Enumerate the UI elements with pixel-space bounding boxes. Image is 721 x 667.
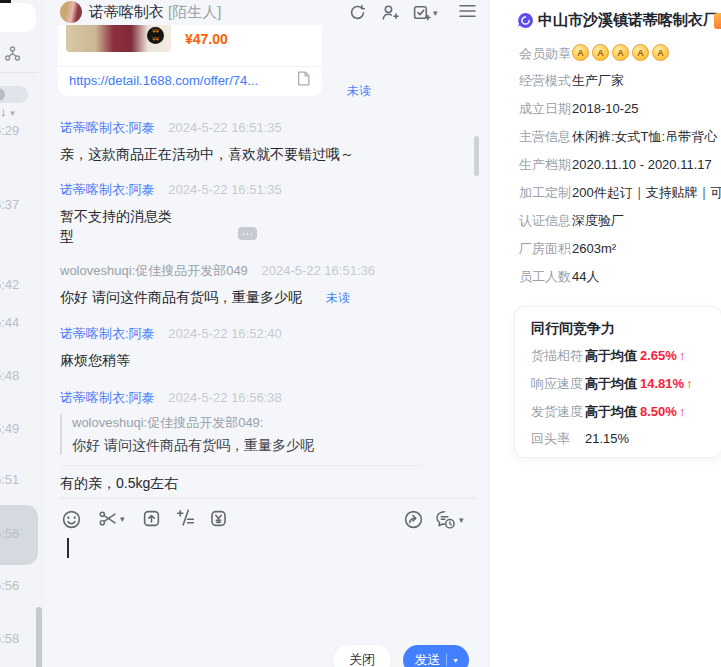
add-person-icon[interactable] bbox=[380, 3, 399, 22]
promo-badge-icon: ¥¥¥¥ bbox=[147, 27, 164, 44]
up-arrow-icon: ↑ bbox=[679, 404, 686, 419]
info-row: 员工人数44人 bbox=[519, 268, 599, 286]
rail-divider bbox=[0, 72, 38, 73]
quote-sender: woloveshuqi:促佳搜品开发部049: bbox=[72, 414, 470, 432]
conversation-time[interactable]: 5:56 bbox=[0, 578, 38, 593]
forward-icon[interactable] bbox=[403, 509, 424, 530]
chevron-down-icon: ▾ bbox=[10, 108, 15, 118]
conversation-time[interactable]: 5:49 bbox=[0, 421, 38, 436]
text-cursor bbox=[67, 538, 69, 558]
org-chart-icon[interactable] bbox=[4, 45, 21, 62]
toggle-knob bbox=[0, 88, 5, 101]
product-card[interactable]: ¥¥¥¥ ¥47.00 https://detail.1688.com/offe… bbox=[58, 25, 322, 96]
conversation-time[interactable]: 5:48 bbox=[0, 368, 38, 383]
info-row: 认证信息深度验厂 bbox=[519, 212, 624, 230]
screenshot-scissors-icon[interactable]: ▾ bbox=[98, 509, 125, 528]
composer-divider bbox=[60, 498, 476, 499]
refresh-icon[interactable] bbox=[348, 3, 367, 22]
conversation-time[interactable]: 5:51 bbox=[0, 472, 38, 487]
message-meta: 诺蒂喀制衣:阿泰 2024-5-22 16:51:35 bbox=[60, 181, 470, 199]
stat-row: 货描相符高于均值2.65%↑ bbox=[531, 347, 685, 365]
send-options-icon[interactable]: ▾ bbox=[453, 656, 457, 665]
info-label: 会员勋章 bbox=[519, 45, 572, 63]
stat-row: 发货速度高于均值8.50%↑ bbox=[531, 403, 685, 421]
conversation-time[interactable]: 5:56 bbox=[0, 526, 38, 541]
emoji-icon[interactable] bbox=[61, 509, 82, 530]
message-text: 亲，这款商品正在活动中，喜欢就不要错过哦～ bbox=[60, 144, 470, 164]
message-meta: 诺蒂喀制衣:阿泰 2024-5-22 16:56:38 bbox=[60, 389, 470, 407]
info-label: 生产档期 bbox=[519, 156, 572, 174]
conversation-time[interactable]: 5:42 bbox=[0, 277, 38, 292]
info-value: 生产厂家 bbox=[572, 73, 624, 88]
info-label: 厂房面积 bbox=[519, 240, 572, 258]
message-meta: woloveshuqi:促佳搜品开发部049 2024-5-22 16:51:3… bbox=[60, 262, 470, 280]
chat-avatar[interactable] bbox=[60, 1, 82, 23]
payment-icon[interactable] bbox=[209, 509, 228, 528]
sender-name: 诺蒂喀制衣:阿泰 bbox=[60, 182, 155, 197]
stat-value: 14.81% bbox=[640, 376, 684, 391]
add-task-icon[interactable]: ▾ bbox=[412, 3, 438, 22]
send-button[interactable]: 发送 ▾ bbox=[403, 645, 469, 667]
upload-file-icon[interactable] bbox=[142, 509, 161, 528]
up-arrow-icon: ↑ bbox=[686, 376, 693, 391]
medal-icon: A bbox=[572, 44, 589, 61]
info-value: 2603m² bbox=[572, 241, 616, 256]
conversation-time[interactable]: 5:44 bbox=[0, 315, 38, 330]
quick-phrase-icon[interactable] bbox=[175, 509, 196, 526]
close-button-label: 关闭 bbox=[349, 651, 375, 667]
conversation-time[interactable]: 5:58 bbox=[0, 631, 38, 646]
info-row: 厂房面积2603m² bbox=[519, 240, 616, 258]
conversation-item-hover[interactable] bbox=[0, 3, 36, 32]
chat-scrollbar[interactable] bbox=[474, 136, 479, 176]
sort-control[interactable]: ↓ ▾ bbox=[0, 104, 15, 119]
message-time: 2024-5-22 16:51:35 bbox=[168, 120, 281, 135]
contact-name: 诺蒂喀制衣 bbox=[89, 3, 164, 20]
close-button[interactable]: 关闭 bbox=[333, 645, 391, 667]
message: 诺蒂喀制衣:阿泰 2024-5-22 16:51:35 暂不支持的消息类 型 … bbox=[60, 181, 470, 246]
info-row: 会员勋章 bbox=[519, 45, 572, 63]
message-meta: 诺蒂喀制衣:阿泰 2024-5-22 16:52:40 bbox=[60, 325, 470, 343]
conversation-time[interactable]: 5:29 bbox=[0, 123, 38, 138]
stat-label: 货描相符 bbox=[531, 347, 585, 365]
message-time: 2024-5-22 16:52:40 bbox=[168, 326, 281, 341]
chat-history-icon[interactable]: ▾ bbox=[434, 509, 464, 530]
message-text: 麻烦您稍等 bbox=[60, 350, 470, 370]
chevron-down-icon: ▾ bbox=[120, 514, 125, 524]
stat-value: 21.15% bbox=[585, 431, 629, 446]
message-text-inner: 你好 请问这件商品有货吗，重量多少呢 bbox=[60, 289, 302, 305]
send-button-label: 发送 bbox=[414, 651, 440, 667]
product-link[interactable]: https://detail.1688.com/offer/74... bbox=[69, 73, 258, 88]
more-options-icon[interactable]: … bbox=[238, 227, 257, 240]
info-row: 生产档期2020.11.10 - 2020.11.17 bbox=[519, 156, 712, 174]
stat-value: 8.50% bbox=[640, 404, 677, 419]
info-value: 44人 bbox=[572, 269, 599, 284]
company-name: 中山市沙溪镇诺蒂喀制衣厂 bbox=[538, 11, 718, 30]
menu-icon[interactable] bbox=[458, 3, 477, 19]
rail-scrollbar[interactable] bbox=[36, 607, 42, 667]
sender-name: 诺蒂喀制衣:阿泰 bbox=[60, 120, 155, 135]
info-row: 主营信息休闲裤:女式T恤:吊带背心 bbox=[519, 128, 717, 146]
info-label: 主营信息 bbox=[519, 128, 572, 146]
conversation-time[interactable]: 5:37 bbox=[0, 197, 38, 212]
unread-status: 未读 bbox=[347, 83, 371, 100]
message-time: 2024-5-22 16:56:38 bbox=[168, 390, 281, 405]
list-toggle[interactable] bbox=[0, 86, 28, 103]
card-divider bbox=[58, 66, 322, 67]
quote-text: 你好 请问这件商品有货吗，重量多少呢 bbox=[72, 437, 470, 455]
message-input[interactable] bbox=[60, 535, 470, 635]
stat-prefix: 高于均值 bbox=[585, 404, 637, 419]
competitiveness-card: 同行间竞争力 货描相符高于均值2.65%↑ 响应速度高于均值14.81%↑ 发货… bbox=[514, 306, 721, 458]
info-value: 2020.11.10 - 2020.11.17 bbox=[572, 157, 712, 172]
medal-icon: A bbox=[632, 44, 649, 61]
message: 诺蒂喀制衣:阿泰 2024-5-22 16:51:35 亲，这款商品正在活动中，… bbox=[60, 119, 470, 164]
info-label: 加工定制 bbox=[519, 184, 572, 202]
chevron-down-icon: ▾ bbox=[459, 515, 464, 525]
company-info-panel: 中山市沙溪镇诺蒂喀制衣厂 会员勋章 A A A A A 经营模式生产厂家 成立日… bbox=[489, 0, 721, 667]
sender-name: 诺蒂喀制衣:阿泰 bbox=[60, 390, 155, 405]
send-button-divider bbox=[446, 654, 447, 666]
chevron-down-icon: ▾ bbox=[433, 8, 438, 18]
stat-label: 回头率 bbox=[531, 430, 585, 448]
copy-doc-icon[interactable] bbox=[297, 71, 310, 86]
message-meta: 诺蒂喀制衣:阿泰 2024-5-22 16:51:35 bbox=[60, 119, 470, 137]
message-text: 有的亲，0.5kg左右 bbox=[60, 475, 470, 493]
